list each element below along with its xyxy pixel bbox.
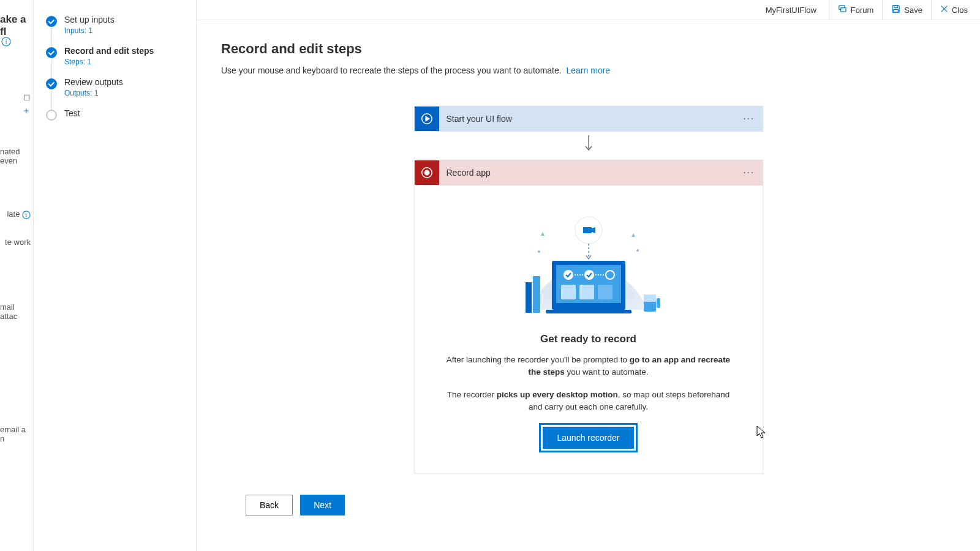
step-subtitle: Inputs: 1 — [64, 26, 115, 35]
record-paragraph-2: The recorder picks up every desktop moti… — [442, 389, 736, 414]
next-button[interactable]: Next — [300, 495, 345, 515]
step-record-edit[interactable]: Record and edit steps Steps: 1 — [46, 46, 184, 66]
clipped-title: ake a fl — [0, 13, 29, 38]
play-icon — [415, 107, 439, 131]
svg-point-15 — [424, 170, 429, 174]
step-title: Test — [64, 108, 80, 118]
record-icon — [415, 160, 439, 185]
plus-icon[interactable]: ＋ — [22, 105, 31, 116]
close-icon — [940, 5, 948, 15]
svg-marker-20 — [541, 232, 545, 236]
flow-name: MyFirstUIFlow — [766, 6, 816, 15]
svg-rect-8 — [894, 9, 899, 12]
svg-rect-17 — [583, 227, 592, 233]
svg-rect-33 — [598, 285, 612, 299]
step-title: Record and edit steps — [64, 46, 154, 56]
checkmark-icon — [46, 16, 57, 27]
save-icon — [891, 4, 900, 15]
info-icon: i — [1, 37, 11, 47]
svg-rect-7 — [894, 6, 898, 8]
clipped-text: email a n — [0, 425, 31, 443]
svg-rect-39 — [657, 298, 660, 308]
recorder-illustration — [506, 203, 671, 322]
square-icon: ◻ — [22, 92, 31, 102]
svg-rect-36 — [533, 276, 540, 313]
forum-icon — [838, 4, 847, 15]
more-menu[interactable]: ··· — [743, 167, 755, 178]
step-review-outputs[interactable]: Review outputs Outputs: 1 — [46, 77, 184, 97]
svg-rect-34 — [546, 310, 631, 313]
circle-icon — [46, 110, 57, 121]
svg-text:i: i — [6, 39, 7, 45]
back-button[interactable]: Back — [246, 495, 293, 515]
svg-point-23 — [538, 250, 540, 253]
svg-rect-32 — [579, 285, 594, 299]
clipped-text: late i — [7, 209, 31, 219]
clipped-text: nated even — [0, 147, 31, 165]
svg-rect-31 — [561, 285, 576, 299]
launch-button-focus-ring: Launch recorder — [539, 423, 638, 452]
record-heading: Get ready to record — [442, 333, 736, 345]
svg-marker-12 — [426, 116, 429, 121]
step-test[interactable]: Test — [46, 108, 184, 121]
svg-marker-21 — [631, 233, 635, 237]
card-label: Record app — [447, 168, 744, 178]
card-label: Start your UI flow — [447, 114, 744, 124]
checkmark-icon — [46, 47, 57, 58]
launch-recorder-button[interactable]: Launch recorder — [543, 427, 635, 449]
forum-button[interactable]: Forum — [829, 0, 883, 20]
page-description: Use your mouse and keyboard to recreate … — [221, 66, 956, 75]
card-start-ui-flow[interactable]: Start your UI flow ··· — [414, 106, 763, 132]
clipped-text: te work — [5, 238, 31, 247]
step-subtitle: Outputs: 1 — [64, 89, 123, 97]
clipped-left-panel: ake a fl i ◻ ＋ nated even late i te work… — [0, 0, 34, 551]
record-panel-body: Get ready to record After launching the … — [414, 186, 763, 474]
step-set-up-inputs[interactable]: Set up inputs Inputs: 1 — [46, 15, 184, 35]
save-button[interactable]: Save — [882, 0, 931, 20]
step-subtitle: Steps: 1 — [64, 58, 154, 66]
step-title: Review outputs — [64, 77, 123, 87]
steps-sidebar: Set up inputs Inputs: 1 Record and edit … — [34, 0, 196, 551]
flow-arrow — [414, 132, 763, 160]
more-menu[interactable]: ··· — [743, 113, 755, 124]
svg-point-22 — [636, 249, 639, 252]
card-record-app[interactable]: Record app ··· — [414, 160, 763, 186]
close-button[interactable]: Clos — [931, 0, 976, 20]
clipped-text: mail attac — [0, 302, 31, 321]
svg-text:i: i — [26, 212, 27, 218]
top-bar: MyFirstUIFlow Forum Save Clos — [197, 0, 980, 20]
page-title: Record and edit steps — [221, 41, 956, 57]
svg-rect-35 — [526, 282, 532, 313]
info-icon: i — [22, 211, 31, 219]
svg-rect-5 — [840, 8, 845, 12]
record-paragraph-1: After launching the recorder you'll be p… — [442, 354, 736, 379]
step-title: Set up inputs — [64, 15, 115, 24]
learn-more-link[interactable]: Learn more — [567, 66, 611, 75]
main-area: MyFirstUIFlow Forum Save Clos — [196, 0, 980, 551]
svg-rect-38 — [644, 294, 656, 302]
checkmark-icon — [46, 78, 57, 89]
svg-point-28 — [584, 270, 594, 280]
svg-point-26 — [564, 270, 573, 280]
